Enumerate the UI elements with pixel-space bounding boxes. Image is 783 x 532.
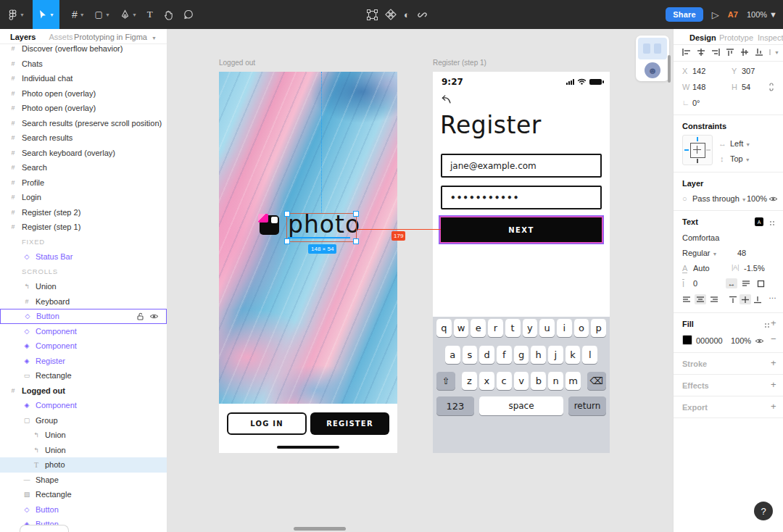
x-value[interactable]: 142	[692, 67, 705, 75]
key-j[interactable]: j	[548, 346, 563, 364]
layer-row-component[interactable]: ◈Component	[0, 338, 167, 354]
align-left-icon[interactable]	[681, 47, 692, 57]
layer-row-union[interactable]: ↰Union	[0, 443, 167, 458]
return-key[interactable]: return	[568, 396, 606, 415]
add-fill-button[interactable]: +	[771, 318, 776, 328]
frame-logged-out[interactable]: photo ☻ Pawel Czerwinski @pawel_czerwins…	[219, 72, 397, 453]
horizontal-scrollbar[interactable]	[294, 527, 346, 531]
email-field[interactable]: jane@example.com	[441, 154, 602, 178]
zoom-level-select[interactable]: 100% ▼	[747, 10, 777, 19]
add-export-button[interactable]: +	[771, 402, 776, 411]
frame-label-logged-out[interactable]: Logged out	[219, 59, 255, 67]
layer-row-rectangle[interactable]: ▭Rectangle	[0, 368, 167, 383]
rotation-value[interactable]: 0°	[692, 99, 700, 107]
fill-hex-input[interactable]: 000000	[696, 336, 723, 345]
layer-row-profile[interactable]: #Profile	[0, 175, 167, 191]
eye-icon[interactable]	[755, 338, 764, 344]
fixed-size-icon[interactable]	[755, 278, 766, 288]
y-value[interactable]: 307	[742, 67, 755, 75]
back-arrow-icon[interactable]	[440, 93, 452, 105]
layer-row-register-step-1[interactable]: #Register (step 1)	[0, 220, 167, 235]
layer-row-chats[interactable]: #Chats	[0, 57, 167, 72]
layer-row-search-results[interactable]: #Search results	[0, 130, 167, 146]
shape-tool-button[interactable]: ▢ ▼	[90, 0, 115, 29]
space-key[interactable]: space	[479, 396, 563, 415]
key-p[interactable]: p	[591, 319, 606, 337]
text-valign-middle-icon[interactable]	[740, 294, 751, 304]
key-b[interactable]: b	[531, 372, 546, 390]
styles-icon[interactable]	[764, 323, 770, 328]
w-value[interactable]: 148	[692, 83, 705, 91]
main-menu-button[interactable]: ▼	[3, 0, 30, 29]
h-value[interactable]: 54	[742, 83, 750, 91]
layer-section-fixed[interactable]: FIXED	[0, 235, 167, 250]
tab-prototype[interactable]: Prototype	[719, 33, 753, 42]
align-horizontal-center-icon[interactable]	[695, 47, 707, 57]
layer-row-search-keyboard-overlay[interactable]: #Search keyboard (overlay)	[0, 146, 167, 161]
backspace-key[interactable]: ⌫	[587, 372, 606, 390]
key-m[interactable]: m	[566, 372, 581, 390]
key-s[interactable]: s	[463, 346, 478, 364]
shift-key[interactable]: ⇧	[436, 372, 455, 390]
key-t[interactable]: t	[505, 319, 521, 337]
layer-opacity-value[interactable]: 100%	[747, 194, 767, 203]
layer-row-component[interactable]: ◈Component	[0, 398, 167, 413]
key-x[interactable]: x	[479, 372, 494, 390]
pen-tool-button[interactable]: ▼	[115, 0, 142, 29]
layer-row-button[interactable]: ◇Button	[0, 309, 167, 324]
key-z[interactable]: z	[462, 372, 477, 390]
key-w[interactable]: w	[454, 319, 469, 337]
selection-box[interactable]	[286, 213, 357, 242]
align-top-icon[interactable]	[724, 47, 736, 57]
frame-register-step1[interactable]: 9:27 Register jane@example.com •••••••••…	[433, 72, 610, 453]
layer-row-union[interactable]: ↰Union	[0, 428, 167, 443]
layer-row-photo-open-overlay[interactable]: #Photo open (overlay)	[0, 101, 167, 116]
layer-row-search[interactable]: #Search	[0, 160, 167, 175]
move-tool-button[interactable]: ▼	[33, 0, 59, 29]
register-title[interactable]: Register	[440, 111, 542, 139]
edit-object-icon[interactable]	[367, 9, 378, 20]
layer-row-partial[interactable]	[20, 525, 69, 532]
page-selector[interactable]: Prototyping in Figma ▼	[74, 33, 157, 41]
profile-frame-peek[interactable]: ☻	[636, 36, 669, 81]
text-align-center-icon[interactable]	[695, 294, 706, 304]
layer-row-discover-overflow-behavior[interactable]: #Discover (overflow behavior)	[0, 41, 167, 57]
layer-row-keyboard[interactable]: #Keyboard	[0, 294, 167, 309]
key-e[interactable]: e	[471, 319, 486, 337]
layer-row-register[interactable]: ◈Register	[0, 354, 167, 369]
layer-row-union[interactable]: ↰Union	[0, 279, 167, 294]
text-style-chip[interactable]: A	[755, 217, 763, 226]
constrain-proportions-icon[interactable]	[768, 83, 775, 91]
align-bottom-icon[interactable]	[753, 47, 765, 57]
layer-row-individual-chat[interactable]: #Individual chat	[0, 71, 167, 86]
selection-handle[interactable]	[353, 238, 359, 244]
vertical-scrollbar[interactable]	[668, 55, 671, 83]
text-align-left-icon[interactable]	[681, 294, 692, 304]
help-button[interactable]: ?	[754, 502, 773, 520]
layer-row-status-bar[interactable]: ◇Status Bar	[0, 249, 167, 265]
key-h[interactable]: h	[531, 346, 546, 364]
link-icon[interactable]	[417, 9, 428, 20]
layer-row-login[interactable]: #Login	[0, 190, 167, 205]
layer-row-shape[interactable]: —Shape	[0, 473, 167, 488]
create-component-icon[interactable]	[385, 9, 397, 20]
key-n[interactable]: n	[548, 372, 563, 390]
horizontal-constraint-select[interactable]: Left▼	[730, 139, 750, 148]
layer-row-rectangle[interactable]: ▨Rectangle	[0, 487, 167, 502]
password-field[interactable]: •••••••••••	[441, 186, 602, 209]
tab-assets[interactable]: Assets	[49, 33, 72, 41]
vertical-constraint-select[interactable]: Top▼	[730, 154, 750, 163]
text-align-right-icon[interactable]	[708, 294, 720, 304]
auto-width-icon[interactable]: ↔	[726, 278, 737, 288]
unlock-icon[interactable]	[137, 312, 144, 320]
mask-icon[interactable]: ◐	[404, 9, 410, 20]
text-valign-bottom-icon[interactable]	[752, 294, 763, 304]
text-valign-top-icon[interactable]	[727, 294, 739, 304]
key-k[interactable]: k	[566, 346, 581, 364]
key-i[interactable]: i	[557, 319, 572, 337]
eye-icon[interactable]	[768, 196, 778, 202]
auto-height-icon[interactable]	[740, 278, 752, 288]
font-size-input[interactable]: 48	[737, 249, 746, 257]
layer-row-search-results-preserve-scroll-position[interactable]: #Search results (preserve scroll positio…	[0, 116, 167, 131]
tab-design[interactable]: Design	[689, 33, 716, 42]
